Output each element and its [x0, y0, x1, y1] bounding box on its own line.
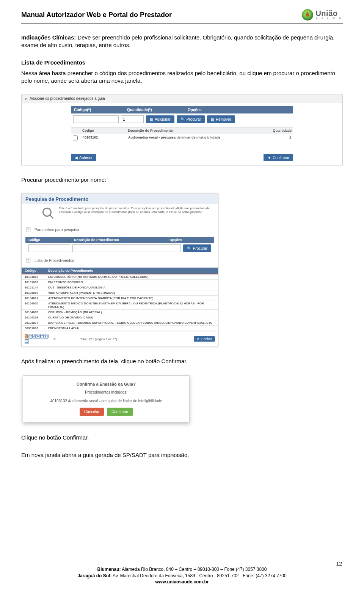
brand-logo: União S A Ú D E	[302, 9, 343, 20]
accordion-header[interactable]: ▸ Adicione os procedimentos desejados à …	[22, 95, 342, 102]
table-row[interactable]: 20104065CERUMEN - REMOÇÃO (BILATERAL)	[22, 310, 218, 315]
screenshot-pesquisa-procedimento: Pesquisa de Procedimento Este é o formul…	[21, 194, 218, 347]
row-descricao: Audiometria vocal - pesquisa de limiar d…	[127, 134, 262, 143]
row-desc: DUT - SESSÕES DE FONOAUDIOLOGIA	[48, 286, 215, 289]
footer-url: www.uniaosaude.com.br	[155, 579, 209, 585]
pager-total: Total : 261 (página 1 de 27)	[80, 337, 117, 341]
page-9[interactable]: 9	[46, 334, 49, 339]
remover-button[interactable]: ▦ Remover	[207, 115, 235, 123]
row-desc: ATENDIMENTO DO INTENSIVISTA DIARISTA (PO…	[48, 296, 215, 300]
filter-descricao-input[interactable]	[72, 244, 181, 252]
accordion-title: Adicione os procedimentos desejados à gu…	[30, 96, 105, 101]
col-quantidade: Quantidade(*)	[127, 108, 188, 112]
row-desc: EM CONSULTÓRIO (NO HORÁRIO NORMAL OU PRE…	[48, 275, 215, 279]
table-row[interactable]: 10103019VISITA HOSPITALAR (PACIENTE INTE…	[22, 290, 218, 296]
row-desc: VISITA HOSPITALAR (PACIENTE INTERNADO)	[48, 291, 215, 295]
col-codigo-sub: Código	[81, 128, 127, 134]
procurar-button[interactable]: 🔍 Procurar	[177, 115, 205, 123]
svg-line-1	[50, 215, 53, 219]
cancelar-button[interactable]: Cancelar	[80, 408, 104, 416]
close-icon: ✕	[197, 337, 200, 341]
row-desc: EM PRONTO SOCORRO	[48, 280, 215, 284]
leaf-icon	[302, 9, 313, 20]
table-row[interactable]: 10104020ATENDIMENTO MEDICO DO INTENSIVIS…	[22, 301, 218, 310]
row-desc: FRENOTOMIA LABIAL	[48, 326, 215, 330]
dialog-item: 40103102 Audiometria vocal - pesquisa de…	[30, 399, 182, 403]
added-items-table: Código Descrição do Procedimento Quantid…	[71, 127, 293, 143]
confirmar-dialog-button[interactable]: Confirmar	[107, 408, 133, 416]
col-qtd-sub: Quantidade	[262, 128, 293, 134]
doc-title: Manual Autorizador Web e Portal do Prest…	[21, 11, 172, 19]
para-clique-confirmar: Clique no botão Confirmar.	[21, 434, 343, 441]
fechar-button[interactable]: ✕ Fechar	[194, 336, 215, 342]
dialog-question: Confirma a Emissão da Guia?	[30, 382, 182, 386]
search-icon: 🔍	[180, 117, 185, 121]
row-code: 10101039	[25, 280, 48, 284]
col-opcoes: Opções	[188, 108, 202, 112]
screenshot-confirm-dialog: Confirma a Emissão da Guia? Procedimento…	[23, 375, 190, 422]
col-descricao-sub: Descrição do Procedimento	[127, 128, 262, 134]
table-row[interactable]: 30101077BIOPSIA DE PELE, TUMORES SUPERFI…	[22, 320, 218, 326]
row-code: 10101012	[25, 275, 48, 279]
brand-sub: S A Ú D E	[315, 17, 343, 20]
add-table-header: Código(*) Quantidade(*) Opções	[71, 106, 293, 113]
para-apos-finalizar: Após finalizar o preenchimento da tela, …	[21, 358, 343, 365]
table-row: 40103102 Audiometria vocal - pesquisa de…	[71, 134, 293, 143]
page-footer: Blumenau: Alameda Rio Branco, 840 – Cent…	[21, 566, 343, 585]
table-row[interactable]: 20104316CURATIVO DE OUVIDO (CADA)	[22, 315, 218, 320]
row-codigo: 40103102	[81, 134, 127, 143]
trash-icon: ▦	[211, 117, 214, 121]
row-quantidade: 1	[262, 134, 293, 143]
table-row[interactable]: 10101039EM PRONTO SOCORRO	[22, 280, 218, 285]
row-code: 30101077	[25, 321, 48, 325]
row-checkbox[interactable]	[73, 136, 78, 140]
codigo-input[interactable]	[73, 115, 119, 123]
result-table-header: Código Descrição do Procedimento	[22, 268, 218, 274]
row-code: 10103019	[25, 291, 48, 295]
quantidade-input[interactable]	[121, 115, 144, 123]
page-10[interactable]: 10	[25, 339, 29, 344]
screenshot-add-procedimentos: ▸ Adicione os procedimentos desejados à …	[21, 95, 343, 165]
table-row[interactable]: 10104011ATENDIMENTO DO INTENSIVISTA DIAR…	[22, 296, 218, 301]
filter-col-opcoes: Opções	[169, 238, 211, 242]
page-header: Manual Autorizador Web e Portal do Prest…	[21, 9, 343, 24]
anterior-button[interactable]: ◀ Anterior	[71, 154, 96, 161]
heading-procurar-nome: Procurar procedimento por nome:	[21, 176, 343, 184]
document-icon	[25, 257, 31, 263]
para-indicacoes-label: Indicações Clínicas:	[21, 34, 76, 41]
filter-col-descricao: Descrição do Procedimento	[74, 238, 169, 242]
table-row[interactable]: 30301063FRENOTOMIA LABIAL	[22, 326, 218, 331]
heading-lista-procedimentos: Lista de Procedimentos	[21, 59, 343, 66]
row-desc: BIOPSIA DE PELE, TUMORES SUPERFICIAIS, T…	[48, 321, 215, 325]
search-icon: 🔍	[187, 246, 191, 251]
table-row[interactable]: 10101012EM CONSULTÓRIO (NO HORÁRIO NORMA…	[22, 274, 218, 280]
para-lista-desc: Nessa área basta preencher o código dos …	[21, 69, 343, 85]
page-3[interactable]: 3	[30, 334, 33, 339]
svg-point-0	[43, 208, 51, 216]
adicionar-button[interactable]: ▦ Adicionar	[146, 115, 174, 123]
confirmar-button[interactable]: ▼ Confirmar	[264, 154, 293, 161]
table-row[interactable]: 10101144DUT - SESSÕES DE FONOAUDIOLOGIA	[22, 285, 218, 290]
page-1[interactable]: 1	[25, 334, 27, 339]
row-desc: CURATIVO DE OUVIDO (CADA)	[48, 316, 215, 319]
plus-icon: ▦	[150, 117, 153, 121]
page-2[interactable]: 2	[27, 334, 30, 339]
col-codigo: Código(*)	[74, 108, 127, 112]
section-parametros: Parametros para pesquisa	[22, 224, 218, 235]
para-nova-janela: Em nova janela abrirá a guia gerada de S…	[21, 451, 343, 459]
refresh-icon[interactable]: ⟳	[53, 337, 56, 341]
filter-codigo-input[interactable]	[28, 244, 70, 252]
chevron-right-icon: ▸	[25, 96, 27, 101]
magnifier-icon	[41, 206, 55, 220]
filter-procurar-button[interactable]: 🔍 Procurar	[183, 244, 211, 252]
brand-name: União	[315, 9, 343, 17]
arrow-down-icon: ▼	[267, 156, 271, 160]
modal-description: Este é o formulário para pesquisa de pro…	[22, 204, 218, 224]
modal-title: Pesquisa de Procedimento	[22, 194, 218, 204]
added-items-header: Código Descrição do Procedimento Quantid…	[71, 128, 293, 134]
row-code: 10104011	[25, 296, 48, 300]
page-4[interactable]: 4	[33, 334, 35, 339]
dialog-subtitle: Procedimentos incluídos:	[30, 390, 182, 394]
row-desc: CERUMEN - REMOÇÃO (BILATERAL)	[48, 310, 215, 314]
page-number: 12	[336, 561, 342, 567]
